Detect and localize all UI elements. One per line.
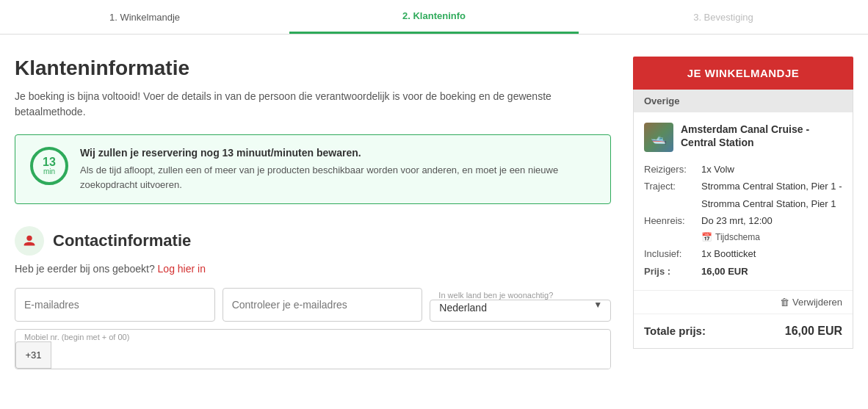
cart-details: Reizigers: 1x Volw Traject: Stromma Cent… bbox=[644, 161, 842, 280]
country-select-wrapper: In welk land ben je woonachtig? Nederlan… bbox=[430, 288, 611, 322]
phone-field-container: Mobiel nr. (begin met + of 00) +31 bbox=[15, 329, 611, 369]
phone-label: Mobiel nr. (begin met + of 00) bbox=[15, 330, 610, 341]
cart-item: 🛥️ Amsterdam Canal Cruise - Central Stat… bbox=[634, 112, 853, 291]
timer-bold-text: Wij zullen je reservering nog 13 minuut/… bbox=[80, 147, 596, 159]
schedule-link[interactable]: 📅 Tijdschema bbox=[701, 230, 842, 246]
cart-reizigers-value: 1x Volw bbox=[701, 161, 842, 178]
cart-total-value: 16,00 EUR bbox=[785, 325, 842, 338]
cart-section-label: Overige bbox=[634, 90, 853, 112]
login-link[interactable]: Log hier in bbox=[158, 263, 206, 275]
phone-prefix: +31 bbox=[15, 341, 51, 369]
cart-prijs-value: 16,00 EUR bbox=[701, 263, 842, 280]
country-label: In welk land ben je woonachtig? bbox=[430, 288, 611, 300]
country-select[interactable]: Nederland België Duitsland Frankrijk Ver… bbox=[430, 300, 611, 322]
timer-circle: 13 min bbox=[30, 147, 68, 185]
phone-input-row: +31 bbox=[15, 341, 610, 369]
cart-heenreis-row: Heenreis: Do 23 mrt, 12:00 📅 Tijdschema bbox=[644, 212, 842, 245]
progress-step-winkelmandje[interactable]: 1. Winkelmandje bbox=[0, 1, 289, 33]
cart-sidebar: JE WINKELMANDJE Overige 🛥️ Amsterdam Can… bbox=[633, 57, 853, 377]
cart-total-label: Totale prijs: bbox=[644, 325, 706, 337]
cart-item-name: Amsterdam Canal Cruise - Central Station bbox=[681, 123, 842, 149]
phone-number-input[interactable] bbox=[51, 341, 610, 369]
timer-text: Wij zullen je reservering nog 13 minuut/… bbox=[80, 147, 596, 192]
page-description: Je boeking is bijna voltooid! Voer de de… bbox=[15, 89, 611, 120]
cart-item-thumbnail: 🛥️ bbox=[644, 123, 673, 152]
cart-reizigers-row: Reizigers: 1x Volw bbox=[644, 161, 842, 178]
cart-inclusief-value: 1x Bootticket bbox=[701, 245, 842, 262]
cart-header: JE WINKELMANDJE bbox=[633, 57, 853, 90]
cart-prijs-label: Prijs : bbox=[644, 263, 695, 280]
svg-point-0 bbox=[26, 236, 32, 241]
cart-body: Overige 🛥️ Amsterdam Canal Cruise - Cent… bbox=[633, 90, 853, 349]
page-title: Klanteninformatie bbox=[15, 57, 611, 80]
phone-form-row: Mobiel nr. (begin met + of 00) +31 bbox=[15, 329, 611, 369]
cart-item-header: 🛥️ Amsterdam Canal Cruise - Central Stat… bbox=[644, 123, 842, 152]
timer-box: 13 min Wij zullen je reservering nog 13 … bbox=[15, 134, 611, 204]
cart-prijs-row: Prijs : 16,00 EUR bbox=[644, 263, 842, 280]
cart-heenreis-value: Do 23 mrt, 12:00 bbox=[701, 212, 842, 229]
cart-inclusief-row: Inclusief: 1x Bootticket bbox=[644, 245, 842, 262]
contact-icon bbox=[15, 226, 44, 256]
confirm-email-input[interactable] bbox=[223, 288, 423, 322]
cart-traject-label: Traject: bbox=[644, 178, 695, 212]
main-layout: Klanteninformatie Je boeking is bijna vo… bbox=[0, 35, 868, 399]
progress-bar: 1. Winkelmandje 2. Klanteninfo 3. Bevest… bbox=[0, 0, 868, 35]
left-section: Klanteninformatie Je boeking is bijna vo… bbox=[15, 57, 611, 377]
cart-inclusief-label: Inclusief: bbox=[644, 245, 695, 262]
timer-minutes: 13 bbox=[43, 156, 56, 168]
cart-traject-value: Stromma Central Station, Pier 1 - Stromm… bbox=[701, 178, 842, 212]
progress-step-bevestiging[interactable]: 3. Bevestiging bbox=[579, 1, 868, 33]
email-input[interactable] bbox=[15, 288, 215, 322]
cart-total-row: Totale prijs: 16,00 EUR bbox=[634, 314, 853, 348]
calendar-icon: 📅 bbox=[701, 230, 712, 246]
progress-step-klanteninfo[interactable]: 2. Klanteninfo bbox=[289, 0, 579, 34]
cart-reizigers-label: Reizigers: bbox=[644, 161, 695, 178]
contact-section-title: Contactinformatie bbox=[53, 231, 191, 250]
cart-remove-button[interactable]: 🗑 Verwijderen bbox=[634, 291, 853, 314]
timer-body-text: Als de tijd afloopt, zullen een of meer … bbox=[80, 163, 596, 192]
cart-heenreis-label: Heenreis: bbox=[644, 212, 695, 245]
contact-section-header: Contactinformatie bbox=[15, 226, 611, 256]
cart-traject-row: Traject: Stromma Central Station, Pier 1… bbox=[644, 178, 842, 212]
trash-icon: 🗑 bbox=[780, 297, 789, 308]
email-form-row: In welk land ben je woonachtig? Nederlan… bbox=[15, 288, 611, 322]
timer-unit: min bbox=[43, 168, 55, 175]
already-booked-text: Heb je eerder bij ons geboekt? Log hier … bbox=[15, 263, 611, 275]
